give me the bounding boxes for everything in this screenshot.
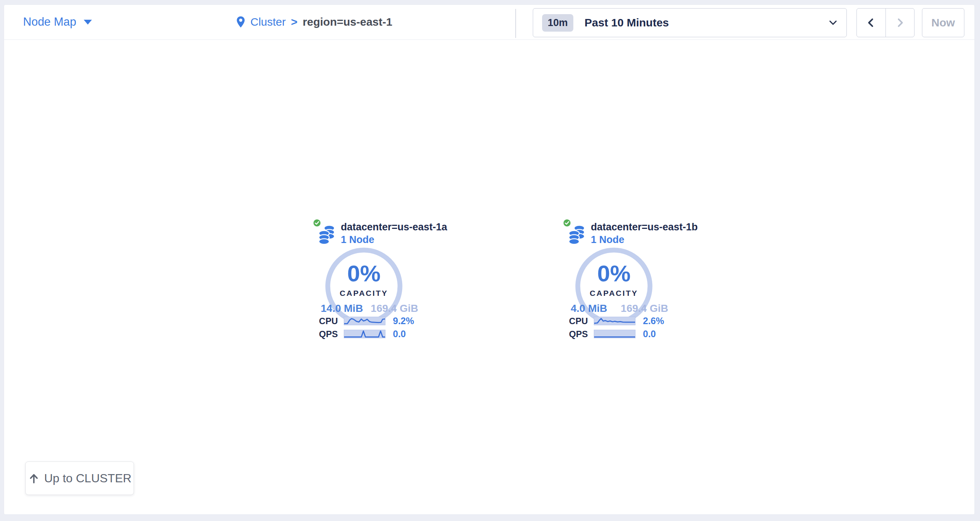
locality-card-us-east-1b[interactable]: datacenter=us-east-1b 1 Node 0% CAPACITY… [559, 218, 674, 346]
locality-title: datacenter=us-east-1a [341, 221, 447, 233]
qps-label: QPS [559, 330, 588, 338]
qps-sparkline [594, 330, 635, 338]
header-vertical-divider [515, 9, 516, 38]
locality-title: datacenter=us-east-1b [591, 221, 698, 233]
up-to-cluster-button[interactable]: Up to CLUSTER [25, 462, 134, 495]
time-step-forward-button[interactable] [886, 8, 915, 37]
up-to-cluster-label: Up to CLUSTER [44, 472, 132, 485]
qps-sparkline [344, 330, 385, 338]
capacity-percent: 0% [597, 262, 631, 285]
capacity-total: 169.4 GiB [620, 303, 668, 314]
cpu-metric-row: CPU 9.2% [309, 317, 424, 325]
view-selector-dropdown[interactable]: Node Map [23, 5, 92, 40]
qps-metric-row: QPS 0.0 [559, 330, 674, 338]
qps-value: 0.0 [643, 330, 656, 338]
time-range-badge: 10m [542, 14, 573, 32]
node-map-page: Node Map Cluster > region=us-east-1 10m … [0, 0, 980, 521]
capacity-percent: 0% [347, 262, 380, 285]
breadcrumb-separator: > [291, 16, 298, 28]
cpu-sparkline [594, 317, 635, 325]
view-selector-label: Node Map [23, 15, 76, 29]
chevron-down-icon [828, 18, 838, 28]
database-stack-icon [568, 225, 585, 245]
breadcrumb-cluster-link[interactable]: Cluster [250, 16, 286, 28]
time-step-back-button[interactable] [857, 8, 886, 37]
locality-card-us-east-1a[interactable]: datacenter=us-east-1a 1 Node 0% CAPACITY… [309, 218, 424, 346]
capacity-caption: CAPACITY [340, 289, 388, 298]
capacity-used: 4.0 MiB [571, 303, 607, 314]
time-step-buttons [856, 8, 915, 37]
content-panel [4, 5, 975, 515]
time-range-dropdown[interactable]: 10m Past 10 Minutes [533, 8, 847, 37]
locality-node-count: 1 Node [341, 234, 374, 245]
database-stack-icon [318, 225, 335, 245]
qps-label: QPS [309, 330, 338, 338]
cpu-value: 2.6% [643, 317, 664, 325]
time-range-label: Past 10 Minutes [584, 16, 669, 29]
cpu-label: CPU [559, 317, 588, 325]
breadcrumb-current: region=us-east-1 [303, 16, 393, 28]
capacity-total: 169.4 GiB [371, 303, 418, 314]
header-divider-line [4, 40, 974, 40]
cpu-label: CPU [309, 317, 338, 325]
arrow-up-icon [28, 472, 40, 484]
capacity-used: 14.0 MiB [321, 303, 363, 314]
chevron-right-icon [894, 17, 905, 28]
cpu-metric-row: CPU 2.6% [559, 317, 674, 325]
caret-down-icon [84, 20, 92, 25]
location-pin-icon [236, 16, 245, 28]
qps-value: 0.0 [393, 330, 406, 338]
now-button[interactable]: Now [922, 8, 964, 37]
cpu-sparkline [344, 317, 385, 325]
qps-metric-row: QPS 0.0 [309, 330, 424, 338]
locality-node-count: 1 Node [591, 234, 624, 245]
capacity-caption: CAPACITY [590, 289, 638, 298]
cpu-value: 9.2% [393, 317, 414, 325]
chevron-left-icon [865, 17, 877, 28]
breadcrumb: Cluster > region=us-east-1 [236, 5, 392, 40]
